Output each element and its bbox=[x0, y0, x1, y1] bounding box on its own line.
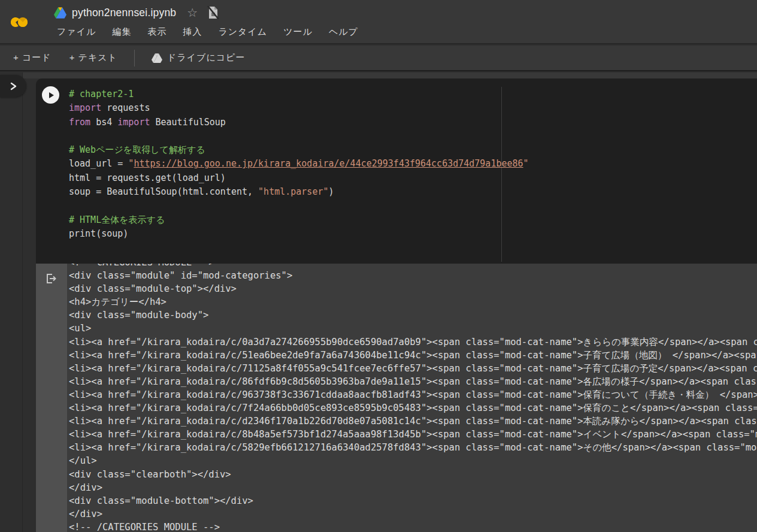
copy-to-drive-button[interactable]: ドライブにコピー bbox=[152, 52, 245, 64]
drive-icon bbox=[54, 7, 66, 19]
copy-to-drive-label: ドライブにコピー bbox=[167, 52, 245, 64]
code-editor-area: # chapter2-1import requestsfrom bs4 impo… bbox=[36, 78, 757, 264]
code-line: import requests bbox=[69, 101, 757, 115]
output-line: <li><a href="/kirara_kodaira/c/0a3d7a274… bbox=[69, 335, 757, 349]
output-gutter bbox=[36, 264, 67, 532]
add-text-button[interactable]: + テキスト bbox=[69, 52, 117, 64]
menu-insert[interactable]: 挿入 bbox=[183, 26, 202, 38]
output-line: <!-- /CATEGORIES MODULE --> bbox=[69, 521, 757, 532]
output-line: <li><a href="/kirara_kodaira/c/8b48a5ef5… bbox=[69, 428, 757, 441]
output-line: </ul> bbox=[69, 454, 757, 467]
output-line: <div class="module-top"></div> bbox=[69, 282, 757, 295]
run-cell-button[interactable] bbox=[42, 86, 59, 104]
notebook-title[interactable]: python2nennsei.ipynb bbox=[72, 7, 176, 19]
notebook-top-strip bbox=[23, 72, 757, 78]
app-header: python2nennsei.ipynb ☆ ファイル 編集 表示 挿入 ランタ… bbox=[0, 0, 757, 44]
star-icon[interactable]: ☆ bbox=[187, 7, 198, 19]
output-icon bbox=[45, 271, 58, 286]
code-line bbox=[69, 129, 757, 143]
output-line: <li><a href="/kirara_kodaira/c/963738f3c… bbox=[69, 388, 757, 401]
output-line: <li><a href="/kirara_kodaira/c/d2346f170… bbox=[69, 415, 757, 428]
output-line: </div> bbox=[69, 481, 757, 494]
code-line: print(soup) bbox=[69, 227, 757, 241]
output-line: <li><a href="/kirara_kodaira/c/71125a8f4… bbox=[69, 362, 757, 375]
code-line: html = requests.get(load_url) bbox=[69, 171, 757, 185]
cell-output-area: <!-- CATEGORIES MODULE --><div class="mo… bbox=[36, 264, 757, 532]
menu-runtime[interactable]: ランタイム bbox=[218, 26, 267, 38]
menu-view[interactable]: 表示 bbox=[147, 26, 166, 38]
sidebar-rail-divider bbox=[22, 72, 23, 532]
code-cell: # chapter2-1import requestsfrom bs4 impo… bbox=[36, 78, 757, 532]
output-line: <div class="clearboth"></div> bbox=[69, 468, 757, 481]
menu-file[interactable]: ファイル bbox=[57, 26, 96, 38]
add-code-button[interactable]: + コード bbox=[13, 52, 52, 64]
code-line: from bs4 import BeautifulSoup bbox=[69, 116, 757, 129]
colab-logo[interactable] bbox=[11, 11, 46, 33]
code-line: soup = BeautifulSoup(html.content, "html… bbox=[69, 185, 757, 199]
output-line: <div class="module-body"> bbox=[69, 309, 757, 322]
expand-sidebar-button[interactable] bbox=[0, 75, 26, 97]
menu-tools[interactable]: ツール bbox=[283, 26, 313, 38]
output-line: <div class="module" id="mod-categories"> bbox=[69, 269, 757, 282]
no-save-icon[interactable] bbox=[207, 6, 219, 19]
code-line: load_url = "https://blog.goo.ne.jp/kirar… bbox=[69, 157, 757, 171]
menu-edit[interactable]: 編集 bbox=[112, 26, 131, 38]
output-line: <div class="module-bottom"></div> bbox=[69, 494, 757, 507]
menu-bar: ファイル 編集 表示 挿入 ランタイム ツール ヘルプ bbox=[57, 26, 358, 38]
output-lines[interactable]: <!-- CATEGORIES MODULE --><div class="mo… bbox=[69, 264, 757, 532]
output-line: <li><a href="/kirara_kodaira/c/7f24a66bb… bbox=[69, 401, 757, 415]
play-icon bbox=[47, 91, 55, 99]
drive-mono-icon bbox=[152, 53, 162, 63]
output-line: <li><a href="/kirara_kodaira/c/51ea6bee2… bbox=[69, 349, 757, 362]
title-row: python2nennsei.ipynb ☆ bbox=[54, 4, 219, 21]
code-lines[interactable]: # chapter2-1import requestsfrom bs4 impo… bbox=[69, 87, 757, 264]
output-line: <li><a href="/kirara_kodaira/c/5829efb66… bbox=[69, 441, 757, 454]
chevron-right-icon bbox=[9, 82, 17, 90]
toolbar-divider bbox=[134, 50, 135, 66]
code-line bbox=[69, 199, 757, 213]
code-line: # chapter2-1 bbox=[69, 87, 757, 101]
notebook-toolbar: + コード + テキスト ドライブにコピー bbox=[0, 46, 757, 71]
code-line: # Webページを取得して解析する bbox=[69, 143, 757, 157]
output-line: </div> bbox=[69, 507, 757, 521]
code-line: # HTML全体を表示する bbox=[69, 213, 757, 227]
output-line: <!-- CATEGORIES MODULE --> bbox=[69, 264, 757, 269]
output-line: <ul> bbox=[69, 322, 757, 335]
output-line: <h4>カテゴリー</h4> bbox=[69, 295, 757, 309]
menu-help[interactable]: ヘルプ bbox=[329, 26, 358, 38]
output-line: <li><a href="/kirara_kodaira/c/86fdf6b9c… bbox=[69, 375, 757, 388]
